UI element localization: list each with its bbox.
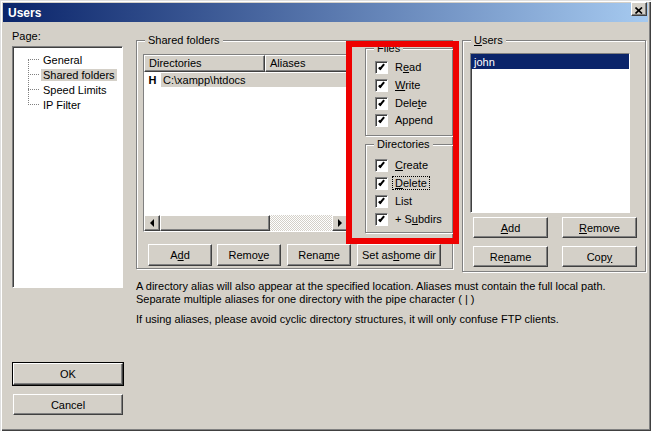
files-group: Files Read Write Delete Append bbox=[365, 48, 454, 136]
checkbox-files-append[interactable]: Append bbox=[375, 113, 435, 127]
checkbox-icon bbox=[375, 114, 388, 127]
ok-button[interactable]: OK bbox=[13, 363, 123, 385]
scroll-thumb[interactable] bbox=[160, 215, 270, 231]
shared-rename-button[interactable]: Rename bbox=[287, 244, 351, 266]
home-dir-flag: H bbox=[144, 74, 161, 86]
page-label: Page: bbox=[12, 30, 41, 42]
list-body: H C:\xampp\htdocs bbox=[144, 72, 348, 215]
checkbox-icon bbox=[375, 195, 388, 208]
close-icon bbox=[635, 2, 643, 17]
files-group-label: Files bbox=[374, 42, 403, 55]
aliases-column-header[interactable]: Aliases bbox=[265, 55, 348, 72]
left-arrow-icon bbox=[150, 219, 154, 227]
shared-folder-row[interactable]: H C:\xampp\htdocs bbox=[144, 72, 348, 87]
alias-notes: A directory alias will also appear at th… bbox=[136, 280, 648, 326]
right-arrow-icon bbox=[338, 219, 342, 227]
shared-folders-list: Directories Aliases H C:\xampp\htdocs bbox=[143, 54, 349, 232]
shared-folders-group-label: Shared folders bbox=[145, 34, 223, 47]
users-rename-button[interactable]: Rename bbox=[473, 246, 548, 267]
directory-path: C:\xampp\htdocs bbox=[161, 73, 348, 87]
users-add-button[interactable]: Add bbox=[473, 217, 548, 238]
tree-branch-icon bbox=[28, 74, 39, 75]
checkbox-icon bbox=[375, 213, 388, 226]
shared-remove-button[interactable]: Remove bbox=[217, 244, 281, 266]
checkbox-icon bbox=[375, 177, 388, 190]
titlebar[interactable]: Users bbox=[3, 3, 648, 22]
scroll-left-button[interactable] bbox=[144, 215, 160, 231]
scroll-track[interactable] bbox=[270, 215, 332, 231]
close-button[interactable] bbox=[631, 2, 647, 16]
checkbox-dirs-delete[interactable]: Delete bbox=[375, 176, 429, 190]
directories-group: Directories Create Delete List + Subdirs bbox=[365, 144, 454, 233]
tree-item-ip-filter[interactable]: IP Filter bbox=[13, 97, 122, 112]
tree-branch-icon bbox=[28, 59, 39, 60]
checkbox-dirs-create[interactable]: Create bbox=[375, 158, 430, 172]
directories-column-header[interactable]: Directories bbox=[144, 55, 265, 72]
users-remove-button[interactable]: Remove bbox=[562, 217, 637, 238]
checkbox-icon bbox=[375, 79, 388, 92]
check-icon bbox=[378, 62, 385, 69]
tree-branch-icon bbox=[28, 104, 39, 105]
tree-branch-icon bbox=[28, 89, 39, 90]
users-group-label: Users bbox=[471, 34, 506, 47]
checkbox-icon bbox=[375, 159, 388, 172]
notes-paragraph-1: A directory alias will also appear at th… bbox=[136, 280, 648, 306]
check-icon bbox=[378, 196, 385, 203]
list-header: Directories Aliases bbox=[144, 55, 348, 72]
notes-paragraph-2: If using aliases, please avoid cyclic di… bbox=[136, 313, 648, 326]
horizontal-scrollbar[interactable] bbox=[144, 215, 348, 231]
users-dialog: Users Page: General Shared folders Speed… bbox=[0, 0, 651, 431]
check-icon bbox=[378, 80, 385, 87]
checkbox-dirs-subdirs[interactable]: + Subdirs bbox=[375, 212, 444, 226]
tree-item-general[interactable]: General bbox=[13, 52, 122, 67]
check-icon bbox=[378, 160, 385, 167]
cancel-button[interactable]: Cancel bbox=[13, 394, 123, 415]
directories-group-label: Directories bbox=[374, 138, 433, 151]
checkbox-icon bbox=[375, 61, 388, 74]
page-tree: General Shared folders Speed Limits IP F… bbox=[12, 46, 123, 288]
tree-item-speed-limits[interactable]: Speed Limits bbox=[13, 82, 122, 97]
check-icon bbox=[378, 214, 385, 221]
tree-item-shared-folders[interactable]: Shared folders bbox=[13, 67, 122, 82]
shared-add-button[interactable]: Add bbox=[148, 244, 212, 266]
checkbox-files-delete[interactable]: Delete bbox=[375, 96, 429, 110]
user-item-john[interactable]: john bbox=[471, 54, 629, 69]
users-copy-button[interactable]: Copy bbox=[562, 246, 637, 267]
check-icon bbox=[378, 115, 385, 122]
check-icon bbox=[378, 178, 385, 185]
set-as-home-dir-button[interactable]: Set as home dir bbox=[357, 244, 441, 266]
window-title: Users bbox=[3, 6, 41, 20]
checkbox-icon bbox=[375, 97, 388, 110]
checkbox-dirs-list[interactable]: List bbox=[375, 194, 414, 208]
checkbox-files-read[interactable]: Read bbox=[375, 60, 423, 74]
scroll-right-button[interactable] bbox=[332, 215, 348, 231]
check-icon bbox=[378, 98, 385, 105]
checkbox-files-write[interactable]: Write bbox=[375, 78, 422, 92]
users-list: john bbox=[470, 53, 630, 213]
